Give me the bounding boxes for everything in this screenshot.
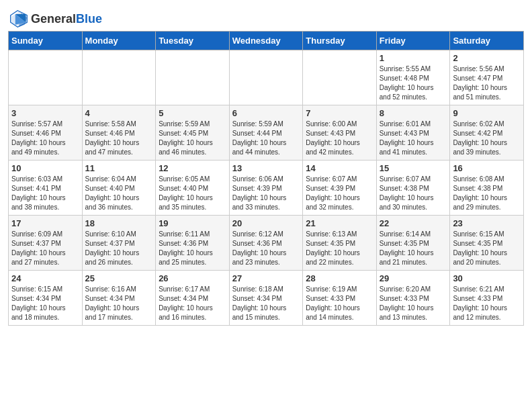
day-info: Sunrise: 6:16 AM Sunset: 4:34 PM Dayligh… bbox=[85, 285, 153, 322]
calendar-cell bbox=[229, 50, 303, 105]
calendar-cell: 23Sunrise: 6:15 AM Sunset: 4:35 PM Dayli… bbox=[450, 216, 524, 271]
day-number: 14 bbox=[306, 163, 373, 173]
day-info: Sunrise: 5:57 AM Sunset: 4:46 PM Dayligh… bbox=[11, 120, 79, 157]
day-info: Sunrise: 6:20 AM Sunset: 4:33 PM Dayligh… bbox=[380, 285, 447, 322]
week-row-2: 3Sunrise: 5:57 AM Sunset: 4:46 PM Daylig… bbox=[9, 105, 524, 161]
calendar-cell: 22Sunrise: 6:14 AM Sunset: 4:35 PM Dayli… bbox=[376, 216, 450, 271]
day-number: 12 bbox=[159, 163, 226, 173]
day-number: 23 bbox=[453, 218, 521, 228]
calendar-cell: 24Sunrise: 6:15 AM Sunset: 4:34 PM Dayli… bbox=[9, 271, 83, 326]
calendar-cell bbox=[303, 50, 377, 105]
header-day-tuesday: Tuesday bbox=[156, 32, 230, 50]
day-info: Sunrise: 6:12 AM Sunset: 4:36 PM Dayligh… bbox=[232, 230, 300, 267]
calendar-cell: 21Sunrise: 6:13 AM Sunset: 4:35 PM Dayli… bbox=[303, 216, 377, 271]
day-info: Sunrise: 5:58 AM Sunset: 4:46 PM Dayligh… bbox=[85, 120, 153, 157]
day-number: 26 bbox=[159, 273, 226, 283]
day-info: Sunrise: 6:15 AM Sunset: 4:34 PM Dayligh… bbox=[11, 285, 79, 322]
day-number: 4 bbox=[85, 108, 153, 118]
calendar-cell: 17Sunrise: 6:09 AM Sunset: 4:37 PM Dayli… bbox=[9, 216, 83, 271]
day-info: Sunrise: 6:15 AM Sunset: 4:35 PM Dayligh… bbox=[453, 230, 521, 267]
day-info: Sunrise: 6:10 AM Sunset: 4:37 PM Dayligh… bbox=[85, 230, 153, 267]
day-info: Sunrise: 6:07 AM Sunset: 4:38 PM Dayligh… bbox=[380, 175, 447, 212]
header: GeneralBlue bbox=[8, 7, 524, 28]
calendar-cell bbox=[9, 50, 83, 105]
day-number: 7 bbox=[306, 108, 373, 118]
day-number: 29 bbox=[380, 273, 447, 283]
calendar-cell: 13Sunrise: 6:06 AM Sunset: 4:39 PM Dayli… bbox=[229, 161, 303, 216]
day-info: Sunrise: 6:08 AM Sunset: 4:38 PM Dayligh… bbox=[453, 175, 521, 212]
day-number: 6 bbox=[232, 108, 300, 118]
calendar-cell: 2Sunrise: 5:56 AM Sunset: 4:47 PM Daylig… bbox=[450, 50, 524, 105]
day-info: Sunrise: 6:05 AM Sunset: 4:40 PM Dayligh… bbox=[159, 175, 226, 212]
calendar-cell: 5Sunrise: 5:59 AM Sunset: 4:45 PM Daylig… bbox=[156, 105, 230, 161]
day-info: Sunrise: 6:01 AM Sunset: 4:43 PM Dayligh… bbox=[380, 120, 447, 157]
calendar-cell: 12Sunrise: 6:05 AM Sunset: 4:40 PM Dayli… bbox=[156, 161, 230, 216]
day-info: Sunrise: 6:02 AM Sunset: 4:42 PM Dayligh… bbox=[453, 120, 521, 157]
header-day-saturday: Saturday bbox=[450, 32, 524, 50]
day-info: Sunrise: 6:19 AM Sunset: 4:33 PM Dayligh… bbox=[306, 285, 373, 322]
header-day-thursday: Thursday bbox=[303, 32, 377, 50]
calendar-header-row: SundayMondayTuesdayWednesdayThursdayFrid… bbox=[9, 32, 524, 50]
calendar-cell: 29Sunrise: 6:20 AM Sunset: 4:33 PM Dayli… bbox=[376, 271, 450, 326]
day-number: 27 bbox=[232, 273, 300, 283]
day-number: 16 bbox=[453, 163, 521, 173]
day-number: 30 bbox=[453, 273, 521, 283]
calendar-cell: 3Sunrise: 5:57 AM Sunset: 4:46 PM Daylig… bbox=[9, 105, 83, 161]
day-info: Sunrise: 6:14 AM Sunset: 4:35 PM Dayligh… bbox=[380, 230, 447, 267]
day-info: Sunrise: 6:21 AM Sunset: 4:33 PM Dayligh… bbox=[453, 285, 521, 322]
day-number: 3 bbox=[11, 108, 79, 118]
header-day-sunday: Sunday bbox=[9, 32, 83, 50]
calendar-cell: 20Sunrise: 6:12 AM Sunset: 4:36 PM Dayli… bbox=[229, 216, 303, 271]
logo: GeneralBlue bbox=[8, 9, 102, 28]
day-info: Sunrise: 6:07 AM Sunset: 4:39 PM Dayligh… bbox=[306, 175, 373, 212]
day-number: 18 bbox=[85, 218, 153, 228]
week-row-4: 17Sunrise: 6:09 AM Sunset: 4:37 PM Dayli… bbox=[9, 216, 524, 271]
day-info: Sunrise: 6:04 AM Sunset: 4:40 PM Dayligh… bbox=[85, 175, 153, 212]
logo-icon bbox=[9, 9, 28, 28]
day-number: 1 bbox=[380, 53, 447, 63]
day-number: 9 bbox=[453, 108, 521, 118]
day-info: Sunrise: 5:59 AM Sunset: 4:44 PM Dayligh… bbox=[232, 120, 300, 157]
day-number: 22 bbox=[380, 218, 447, 228]
day-number: 24 bbox=[11, 273, 79, 283]
day-number: 8 bbox=[380, 108, 447, 118]
day-number: 21 bbox=[306, 218, 373, 228]
calendar-table: SundayMondayTuesdayWednesdayThursdayFrid… bbox=[8, 31, 524, 326]
calendar-cell: 26Sunrise: 6:17 AM Sunset: 4:34 PM Dayli… bbox=[156, 271, 230, 326]
day-number: 13 bbox=[232, 163, 300, 173]
header-day-wednesday: Wednesday bbox=[229, 32, 303, 50]
day-info: Sunrise: 5:56 AM Sunset: 4:47 PM Dayligh… bbox=[453, 64, 521, 102]
week-row-1: 1Sunrise: 5:55 AM Sunset: 4:48 PM Daylig… bbox=[9, 50, 524, 105]
calendar-cell bbox=[82, 50, 156, 105]
header-day-monday: Monday bbox=[82, 32, 156, 50]
calendar-cell: 11Sunrise: 6:04 AM Sunset: 4:40 PM Dayli… bbox=[82, 161, 156, 216]
day-info: Sunrise: 5:59 AM Sunset: 4:45 PM Dayligh… bbox=[159, 120, 226, 157]
day-info: Sunrise: 6:06 AM Sunset: 4:39 PM Dayligh… bbox=[232, 175, 300, 212]
day-info: Sunrise: 6:17 AM Sunset: 4:34 PM Dayligh… bbox=[159, 285, 226, 322]
day-number: 25 bbox=[85, 273, 153, 283]
calendar-cell: 27Sunrise: 6:18 AM Sunset: 4:34 PM Dayli… bbox=[229, 271, 303, 326]
page: GeneralBlue SundayMondayTuesdayWednesday… bbox=[0, 0, 532, 411]
day-info: Sunrise: 6:11 AM Sunset: 4:36 PM Dayligh… bbox=[159, 230, 226, 267]
week-row-3: 10Sunrise: 6:03 AM Sunset: 4:41 PM Dayli… bbox=[9, 161, 524, 216]
calendar-cell: 15Sunrise: 6:07 AM Sunset: 4:38 PM Dayli… bbox=[376, 161, 450, 216]
day-number: 15 bbox=[380, 163, 447, 173]
calendar-cell: 7Sunrise: 6:00 AM Sunset: 4:43 PM Daylig… bbox=[303, 105, 377, 161]
calendar-cell: 16Sunrise: 6:08 AM Sunset: 4:38 PM Dayli… bbox=[450, 161, 524, 216]
day-number: 17 bbox=[11, 218, 79, 228]
day-info: Sunrise: 6:18 AM Sunset: 4:34 PM Dayligh… bbox=[232, 285, 300, 322]
calendar-cell: 18Sunrise: 6:10 AM Sunset: 4:37 PM Dayli… bbox=[82, 216, 156, 271]
calendar-cell: 6Sunrise: 5:59 AM Sunset: 4:44 PM Daylig… bbox=[229, 105, 303, 161]
day-number: 28 bbox=[306, 273, 373, 283]
day-number: 20 bbox=[232, 218, 300, 228]
calendar-cell: 25Sunrise: 6:16 AM Sunset: 4:34 PM Dayli… bbox=[82, 271, 156, 326]
calendar-cell: 1Sunrise: 5:55 AM Sunset: 4:48 PM Daylig… bbox=[376, 50, 450, 105]
day-number: 10 bbox=[11, 163, 79, 173]
calendar-cell: 8Sunrise: 6:01 AM Sunset: 4:43 PM Daylig… bbox=[376, 105, 450, 161]
header-day-friday: Friday bbox=[376, 32, 450, 50]
week-row-5: 24Sunrise: 6:15 AM Sunset: 4:34 PM Dayli… bbox=[9, 271, 524, 326]
day-number: 5 bbox=[159, 108, 226, 118]
calendar-cell: 28Sunrise: 6:19 AM Sunset: 4:33 PM Dayli… bbox=[303, 271, 377, 326]
day-info: Sunrise: 6:13 AM Sunset: 4:35 PM Dayligh… bbox=[306, 230, 373, 267]
calendar-cell: 10Sunrise: 6:03 AM Sunset: 4:41 PM Dayli… bbox=[9, 161, 83, 216]
